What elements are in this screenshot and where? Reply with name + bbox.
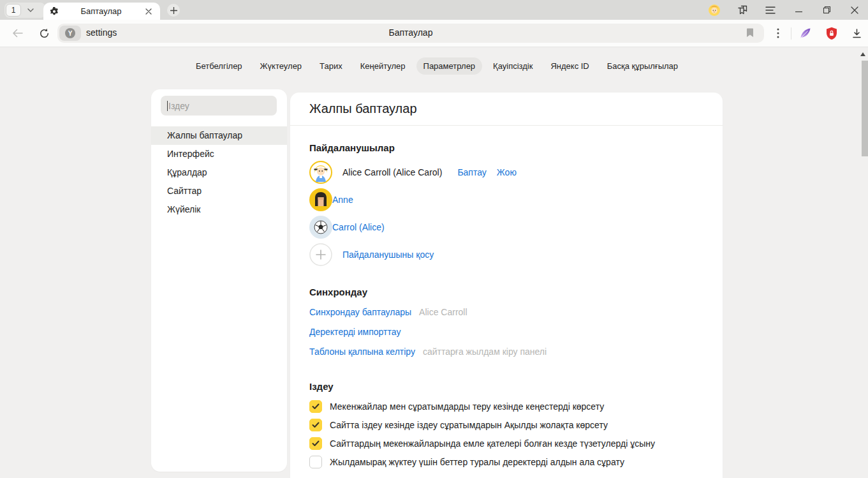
settings-main-panel: Жалпы баптаулар Пайдаланушылар: [290, 93, 723, 478]
user-row: Carrol (Alice): [309, 216, 703, 239]
sync-row: Деректерді импорттау: [309, 327, 703, 337]
back-button[interactable]: [11, 27, 24, 40]
titlebar: 1 Баптаулар: [0, 0, 868, 20]
search-placeholder: Іздеу: [168, 101, 189, 111]
anne-avatar[interactable]: [309, 188, 332, 211]
alice-avatar[interactable]: [309, 161, 332, 184]
browser-tab-settings[interactable]: Баптаулар: [43, 3, 160, 20]
nav-tab-yandex-id[interactable]: Яндекс ID: [543, 57, 596, 75]
restore-button[interactable]: [821, 4, 832, 16]
sidebar-search-input[interactable]: Іздеу: [161, 96, 277, 116]
tab-title: Баптаулар: [59, 6, 143, 16]
sidebar-item-sites[interactable]: Сайттар: [151, 182, 287, 200]
user-name-link[interactable]: Anne: [332, 195, 353, 205]
nav-tab-downloads[interactable]: Жүктеулер: [253, 57, 309, 75]
checkbox-row: Сайтта іздеу кезінде іздеу сұратымдарын …: [309, 419, 703, 431]
user-configure-link[interactable]: Баптау: [457, 167, 486, 177]
toolbar-divider: [791, 27, 791, 40]
soccer-ball-avatar[interactable]: [309, 216, 332, 239]
more-options-icon[interactable]: [772, 27, 784, 40]
chevron-down-icon: [27, 8, 34, 12]
sidebar-item-general[interactable]: Жалпы баптаулар: [151, 126, 287, 145]
sidebar-item-tools[interactable]: Құралдар: [151, 163, 287, 182]
url-text: settings: [86, 27, 117, 38]
site-badge: Y: [59, 26, 81, 41]
scrollbar-up-arrow[interactable]: [860, 48, 866, 53]
tab-close-icon[interactable]: [143, 6, 154, 17]
sync-settings-link[interactable]: Синхрондау баптаулары: [309, 307, 411, 317]
user-name: Alice Carroll (Alice Carol): [342, 167, 442, 177]
users-section-heading: Пайдаланушылар: [309, 142, 703, 153]
search-section-heading: Іздеу: [309, 381, 703, 392]
minimize-button[interactable]: [793, 4, 804, 16]
protect-shield-icon[interactable]: [824, 26, 839, 41]
checkbox-label: Мекенжайлар мен сұратымдарды теру кезінд…: [330, 401, 604, 412]
add-user-row[interactable]: Пайдаланушыны қосу: [309, 243, 703, 266]
nav-tab-bookmarks[interactable]: Бетбелгілер: [189, 57, 249, 75]
checkbox-label: Жылдамырақ жүктеу үшін беттер туралы дер…: [330, 457, 624, 467]
nav-tab-extensions[interactable]: Кеңейтулер: [353, 57, 413, 75]
gear-icon: [50, 7, 59, 16]
sync-account-note: Alice Carroll: [419, 307, 467, 317]
checkbox-spelling[interactable]: [309, 437, 322, 450]
toolbar: Y settings Баптаулар: [0, 20, 868, 47]
user-row: Alice Carroll (Alice Carol) Баптау Жою: [309, 161, 703, 184]
checkbox-label: Сайттардың мекенжайларында емле қателері…: [330, 438, 655, 449]
reload-button[interactable]: [38, 27, 50, 40]
add-user-icon[interactable]: [309, 243, 332, 266]
user-name-link[interactable]: Carrol (Alice): [332, 222, 385, 232]
page-title: Жалпы баптаулар: [290, 93, 723, 126]
checkbox-row: Жылдамырақ жүктеу үшін беттер туралы дер…: [309, 456, 703, 468]
checkbox-suggestions[interactable]: [309, 400, 322, 413]
settings-nav: Бетбелгілер Жүктеулер Тарих Кеңейтулер П…: [151, 57, 723, 75]
sidebar-nav: Жалпы баптаулар Интерфейс Құралдар Сайтт…: [151, 126, 287, 219]
nav-tab-history[interactable]: Тарих: [313, 57, 349, 75]
download-icon[interactable]: [849, 26, 864, 41]
tab-counter-button[interactable]: 1: [4, 3, 45, 18]
user-row: Anne: [309, 188, 703, 211]
nav-tab-other-devices[interactable]: Басқа құрылғылар: [600, 57, 685, 75]
scrollbar-thumb[interactable]: [862, 61, 868, 156]
checkbox-row: Сайттардың мекенжайларында емле қателері…: [309, 437, 703, 450]
sync-section-heading: Синхрондау: [309, 287, 703, 297]
settings-page: Бетбелгілер Жүктеулер Тарих Кеңейтулер П…: [0, 48, 868, 478]
add-user-link[interactable]: Пайдаланушыны қосу: [342, 250, 434, 260]
address-page-title: Баптаулар: [57, 27, 764, 38]
nav-tab-security[interactable]: Қауіпсіздік: [486, 57, 540, 75]
address-bar[interactable]: Y settings Баптаулар: [57, 24, 764, 43]
close-button[interactable]: [849, 4, 860, 16]
checkbox-label: Сайтта іздеу кезінде іздеу сұратымдарын …: [330, 420, 608, 430]
sidebar-item-interface[interactable]: Интерфейс: [151, 145, 287, 163]
checkbox-row: Мекенжайлар мен сұратымдарды теру кезінд…: [309, 400, 703, 413]
checkbox-site-search[interactable]: [309, 419, 322, 431]
settings-sidebar: Іздеу Жалпы баптаулар Интерфейс Құралдар…: [151, 89, 287, 472]
user-delete-link[interactable]: Жою: [497, 167, 517, 177]
tableau-note: сайттарға жылдам кіру панелі: [423, 347, 547, 357]
menu-icon[interactable]: [765, 4, 776, 16]
bookmark-icon[interactable]: [745, 27, 756, 39]
profile-avatar[interactable]: [709, 4, 720, 16]
sidebar-item-system[interactable]: Жүйелік: [151, 200, 287, 219]
feather-extension-icon[interactable]: [798, 26, 813, 41]
sync-row: Таблоны қалпына келтіру сайттарға жылдам…: [309, 347, 703, 357]
checkbox-prefetch[interactable]: [309, 456, 322, 468]
collections-icon[interactable]: [737, 4, 748, 16]
svg-text:Y: Y: [68, 30, 73, 37]
text-caret: [167, 101, 168, 111]
sync-row: Синхрондау баптаулары Alice Carroll: [309, 307, 703, 317]
restore-tableau-link[interactable]: Таблоны қалпына келтіру: [309, 347, 415, 357]
nav-tab-settings[interactable]: Параметрлер: [416, 57, 483, 75]
tab-count: 1: [6, 4, 21, 17]
import-data-link[interactable]: Деректерді импорттау: [309, 327, 401, 337]
new-tab-button[interactable]: [167, 4, 180, 17]
